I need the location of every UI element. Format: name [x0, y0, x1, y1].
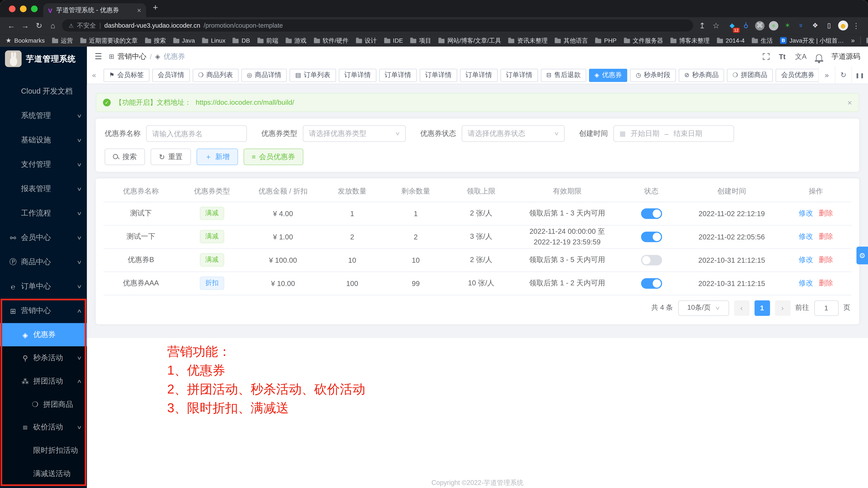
sidebar-item[interactable]: ⧈ 砍价活动 ∨: [0, 416, 87, 439]
bookmark-item[interactable]: PHP: [595, 37, 616, 44]
sidebar-item[interactable]: 报表管理 ∨: [0, 177, 87, 201]
bookmark-item[interactable]: 设计: [356, 36, 377, 45]
edit-link[interactable]: 修改: [799, 232, 813, 240]
status-toggle[interactable]: [641, 208, 662, 219]
sidebar-item[interactable]: 限时折扣活动: [0, 439, 87, 462]
tag-chip[interactable]: ◎ 商品详情: [241, 68, 287, 82]
tag-chip[interactable]: ⊟ 售后退款: [541, 68, 586, 82]
bookmarks-root[interactable]: ★ Bookmarks: [5, 36, 44, 45]
back-icon[interactable]: ←: [4, 21, 18, 30]
bookmark-item[interactable]: B Java开发 | 小组首…: [780, 36, 844, 45]
bookmark-item[interactable]: 资讯未整理: [508, 36, 548, 45]
search-button[interactable]: 搜索: [104, 148, 145, 165]
new-tab-button[interactable]: +: [153, 3, 158, 13]
bookmark-item[interactable]: Linux: [202, 37, 225, 44]
tag-chip[interactable]: 订单详情: [339, 68, 376, 82]
coupon-type-select[interactable]: 请选择优惠券类型 ∨: [303, 125, 406, 142]
browser-tab[interactable]: V 芋道管理系统 - 优惠券 ×: [43, 3, 146, 17]
bookmark-item[interactable]: 项目: [410, 36, 431, 45]
tags-scroll-right-icon[interactable]: »: [818, 66, 835, 84]
tag-chip[interactable]: 会员详情: [152, 68, 190, 82]
prev-page-button[interactable]: ‹: [734, 300, 749, 316]
status-toggle[interactable]: [641, 278, 662, 288]
tags-scroll-left-icon[interactable]: «: [87, 71, 101, 79]
status-toggle[interactable]: [641, 231, 662, 242]
browser-menu-icon[interactable]: ⋮: [852, 21, 860, 30]
command-extension-icon[interactable]: ⌘: [755, 21, 765, 30]
bookmark-item[interactable]: 博客未整理: [670, 36, 710, 45]
status-toggle[interactable]: [641, 255, 662, 265]
bookmark-item[interactable]: 近期需要读的文章: [80, 36, 138, 45]
share-icon[interactable]: ↥: [695, 21, 709, 30]
settings-gear-button[interactable]: ⚙: [857, 247, 868, 264]
bookmark-item[interactable]: 运营: [52, 36, 73, 45]
tag-chip[interactable]: 订单详情: [460, 68, 497, 82]
bookmark-item[interactable]: DB: [232, 37, 250, 44]
layout-columns-icon[interactable]: ❚❚: [851, 66, 868, 84]
tag-chip[interactable]: 订单详情: [500, 68, 538, 82]
sidebar-item[interactable]: 工作流程 ∨: [0, 201, 87, 226]
delete-link[interactable]: 删除: [819, 256, 833, 264]
collapse-sidebar-icon[interactable]: ☰: [95, 52, 102, 62]
bookmark-star-icon[interactable]: ☆: [709, 21, 723, 30]
add-button[interactable]: ＋ 新增: [196, 148, 238, 165]
tag-chip[interactable]: ⚑ 会员标签: [103, 68, 149, 82]
close-window-button[interactable]: [9, 5, 16, 12]
bookmark-item[interactable]: 软件/硬件: [314, 36, 349, 45]
reload-icon[interactable]: ↻: [32, 21, 46, 30]
star-extension-icon[interactable]: ✶: [783, 21, 792, 30]
language-icon[interactable]: 文A: [795, 52, 806, 61]
sidebar-item[interactable]: ⊞ 营销中心 ∧: [0, 298, 87, 323]
bookmark-item[interactable]: 生活: [752, 36, 773, 45]
sidebar-item[interactable]: ⚲ 秒杀活动 ∨: [0, 346, 87, 370]
minimize-window-button[interactable]: [20, 5, 27, 12]
tag-chip[interactable]: ❍ 商品列表: [193, 68, 239, 82]
chevrons-extension-icon[interactable]: »: [797, 21, 806, 30]
bookmark-item[interactable]: 网站/博客/文章/工具: [439, 36, 501, 45]
date-range-picker[interactable]: ▦ 开始日期 – 结束日期: [613, 125, 734, 142]
current-user[interactable]: 芋道源码: [832, 52, 860, 62]
other-bookmarks[interactable]: 其他书签: [866, 36, 868, 45]
sidebar-item[interactable]: ℮ 订单中心 ∨: [0, 274, 87, 298]
delete-link[interactable]: 删除: [819, 279, 833, 287]
tag-chip[interactable]: ❍ 拼团商品: [727, 68, 773, 82]
alert-doc-link[interactable]: https://doc.iocoder.cn/mall/build/: [196, 98, 294, 107]
bookmark-item[interactable]: 游戏: [285, 36, 307, 45]
tag-chip[interactable]: ▤ 订单列表: [290, 68, 336, 82]
tag-chip[interactable]: 订单详情: [420, 68, 457, 82]
bookmark-item[interactable]: 文件服务器: [624, 36, 663, 45]
tags-refresh-icon[interactable]: ↻: [835, 66, 851, 84]
tag-chip[interactable]: ◈ 优惠券: [589, 68, 627, 82]
puzzle-extension-icon[interactable]: ❖: [810, 21, 820, 30]
bell-icon[interactable]: [816, 54, 822, 60]
breadcrumb-first[interactable]: 营销中心: [118, 52, 146, 62]
tag-chip[interactable]: 会员优惠券: [776, 68, 818, 82]
pin-extension-icon[interactable]: ⚲: [741, 21, 751, 30]
bookmark-item[interactable]: Java: [173, 37, 195, 44]
bookmark-item[interactable]: 前端: [257, 36, 278, 45]
tag-chip[interactable]: 订单详情: [379, 68, 416, 82]
bookmark-item[interactable]: 搜索: [145, 36, 166, 45]
next-page-button[interactable]: ›: [775, 300, 790, 316]
sidebar-item[interactable]: Cloud 开发文档: [0, 79, 87, 104]
page-size-select[interactable]: 10条/页 ∨: [678, 300, 729, 316]
frame-extension-icon[interactable]: ▯: [824, 21, 834, 30]
member-coupon-button[interactable]: ≡ 会员优惠券: [244, 148, 303, 165]
address-bar[interactable]: ⚠ 不安全 | dashboard-vue3.yudao.iocoder.cn/…: [62, 19, 693, 32]
diamond-extension-icon[interactable]: ◆ 12: [727, 21, 737, 30]
forward-icon[interactable]: →: [18, 21, 32, 30]
profile-avatar[interactable]: ☻: [838, 21, 848, 30]
delete-link[interactable]: 删除: [819, 209, 833, 217]
coupon-name-input[interactable]: [146, 125, 247, 142]
alert-close-icon[interactable]: ×: [847, 98, 852, 107]
bookmark-item[interactable]: 2014-4: [717, 37, 745, 44]
green-dot-extension-icon[interactable]: ●: [769, 21, 778, 30]
reset-button[interactable]: ↻ 重置: [151, 148, 191, 165]
sidebar-item[interactable]: 满减送活动: [0, 462, 87, 485]
edit-link[interactable]: 修改: [799, 279, 813, 287]
sidebar-item[interactable]: 支付管理 ∨: [0, 152, 87, 177]
fullscreen-icon[interactable]: [763, 53, 770, 60]
sidebar-item[interactable]: 系统管理 ∨: [0, 104, 87, 128]
current-page[interactable]: 1: [754, 300, 770, 316]
sidebar-item[interactable]: ❍ 拼团商品: [0, 393, 87, 415]
